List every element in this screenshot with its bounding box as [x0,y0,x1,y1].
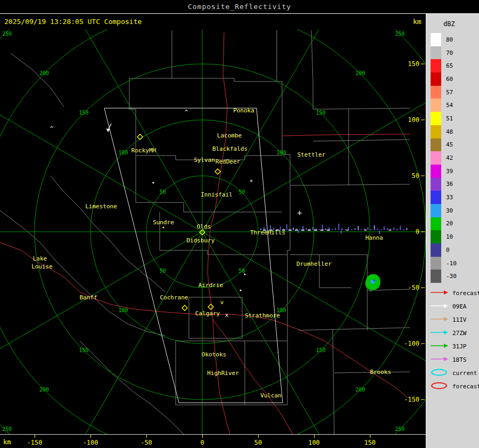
range-ring-label: 150 [316,347,326,353]
city-label: Cochrane [160,294,188,301]
cross-marker-icon: x [225,312,229,319]
colorbar-value-label: 0 [446,247,450,254]
noise-tick [374,225,375,230]
noise-dash [327,230,330,231]
city-label: Louise [31,263,53,270]
city-label: RockyMH [131,147,156,154]
colorbar-block [431,139,441,152]
y-axis-unit-label: km [413,18,422,26]
colorbar-row: 65 [431,59,457,72]
city-label: Didsbury [187,237,215,244]
colorbar-row: 48 [431,125,457,139]
legend-row: forecast [430,287,479,300]
x-axis-tick [35,435,35,438]
colorbar-block [431,204,441,217]
colorbar-block [431,59,441,72]
x-axis-tick [146,435,147,438]
colorbar-row: 0 [431,243,457,257]
legend-label: 11IV [452,316,467,323]
colorbar-value-label: -30 [446,273,457,280]
track-legend: forecast09EA11IV27ZW31JP18TScurrentforec… [430,287,479,393]
legend-row: 11IV [430,313,479,327]
legend-label: current [452,370,477,377]
caret-marker-icon: ^ [185,109,188,116]
range-ring-label: 200 [39,387,49,393]
legend-ellipse-icon [430,381,450,392]
noise-dash [301,230,304,231]
x-axis-tick [258,435,259,438]
noise-tick [407,228,408,230]
colorbar-value-label: 57 [446,89,453,96]
noise-tick [341,231,342,233]
city-label: Ponoka [233,107,254,114]
x-axis-tick-label: -150 [27,439,43,446]
colorbar-value-label: 39 [446,168,453,175]
y-axis-tick-label: 100 [408,116,419,124]
x-axis-tick-label: 150 [364,439,376,446]
colorbar-block [431,217,441,231]
range-ring-label: 200 [39,70,49,76]
noise-tick [305,228,307,230]
range-ring-label: 100 [276,150,286,156]
range-ring-label: 250 [2,426,12,432]
colorbar-row: 51 [431,112,457,125]
colorbar-value-label: 60 [446,76,453,83]
colorbar: 807065605754514845423936333020100-10-30 [431,33,457,283]
legend-label: 09EA [452,303,467,310]
x-axis-tick [90,435,91,438]
colorbar-row: 60 [431,72,457,86]
noise-tick [381,229,382,230]
legend-arrow-icon [430,302,450,312]
y-axis-tick-label: -100 [404,340,419,347]
noise-tick [370,229,371,230]
y-axis-tick-label: -50 [408,284,419,291]
colorbar-value-label: 33 [446,194,453,201]
caret-marker-icon: ^ [50,125,54,132]
legend-arrow-icon [430,328,450,338]
colorbar-value-label: 10 [446,233,453,240]
colorbar-row: 57 [431,86,457,99]
colorbar-value-label: 30 [446,207,453,214]
colorbar-row: 70 [431,46,457,60]
noise-tick [286,224,287,230]
noise-tick [397,229,398,230]
range-ring-label: 250 [395,31,404,37]
y-axis-tick [421,176,425,176]
colorbar-row: -10 [431,257,457,270]
x-axis: km -150-100-50050100150 [0,434,426,448]
colorbar-block [431,72,441,86]
noise-tick [354,228,356,230]
vee-marker-icon: v [220,299,224,306]
noise-tick [335,228,336,230]
noise-tick [393,227,394,230]
legend-row: 09EA [430,300,479,313]
x-axis-unit-label: km [3,438,11,446]
range-ring-label: 200 [356,70,365,76]
colorbar-block [431,230,441,243]
y-axis-tick [421,400,425,400]
colorbar-block [431,151,441,165]
city-label: Blackfalds [212,145,247,152]
city-label: Drumheller [296,260,332,267]
noise-tick [400,226,401,230]
noise-tick [299,229,300,230]
noise-dash [364,230,367,231]
range-ring-label: 50 [160,189,166,195]
legend-row: 27ZW [430,327,479,340]
dot-marker-icon [244,273,245,275]
city-label: Olds [197,223,211,230]
city-label: Banff [79,294,97,301]
window-titlebar: Composite_Reflectivity [0,0,479,14]
colorbar-row: 30 [431,204,457,217]
noise-tick [298,231,299,233]
city-label: Calgary [195,310,220,317]
window-title: Composite_Reflectivity [188,3,291,11]
legend-arrow-icon [430,341,450,352]
colorbar-value-label: 65 [446,62,453,69]
noise-dash [314,230,317,231]
legend-label: 18TS [452,356,467,363]
x-axis-tick-label: -50 [141,439,152,446]
radar-map[interactable]: 5050505010010010010015015015015020020020… [0,29,426,434]
legend-sidebar: dBZ 807065605754514845423936333020100-10… [426,14,479,448]
city-label: Hanna [365,234,383,241]
